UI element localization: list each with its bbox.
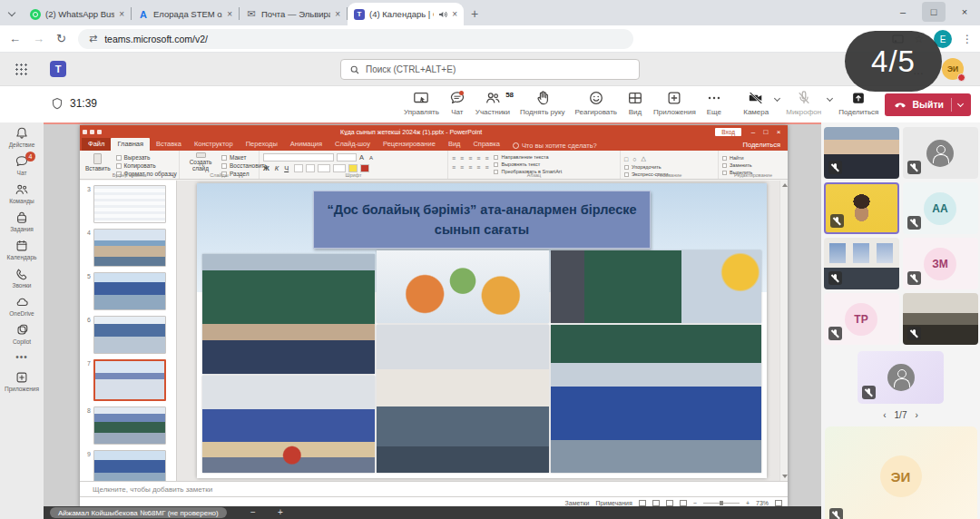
- slide-thumbnail[interactable]: [93, 316, 166, 354]
- reading-view-icon[interactable]: [666, 500, 673, 506]
- ribbon-tab-view[interactable]: Вид: [442, 138, 467, 151]
- slideshow-view-icon[interactable]: [680, 500, 687, 506]
- leave-button[interactable]: Выйти: [885, 93, 971, 116]
- close-tab-icon[interactable]: ×: [452, 10, 457, 19]
- rail-item-chat[interactable]: 4 Чат: [0, 154, 44, 176]
- numbering-icon[interactable]: ≡: [460, 155, 464, 162]
- participant-tile-initials[interactable]: ЗМ: [903, 238, 978, 289]
- ppt-close-icon[interactable]: ×: [772, 128, 785, 136]
- rail-item-copilot[interactable]: Copilot: [0, 323, 44, 345]
- arrange-button[interactable]: Упорядочить: [624, 164, 668, 170]
- camera-button[interactable]: Камера: [743, 90, 769, 116]
- shape-circle-icon[interactable]: ○: [632, 156, 636, 162]
- view-button[interactable]: Вид: [627, 90, 643, 116]
- thumbnail-row[interactable]: 6: [83, 316, 172, 354]
- tab-whatsapp[interactable]: (2) WhatsApp Business ×: [24, 3, 131, 25]
- slide-sorter-view-icon[interactable]: [652, 500, 660, 506]
- thumbnail-row[interactable]: 5: [83, 272, 172, 310]
- share-button[interactable]: Поделиться: [838, 90, 878, 116]
- ribbon-tab-animations[interactable]: Анимация: [284, 138, 328, 151]
- thumbnail-row[interactable]: 8: [83, 406, 172, 445]
- ribbon-tab-file[interactable]: Файл: [82, 138, 111, 151]
- ribbon-tab-home[interactable]: Главная: [111, 138, 150, 151]
- thumbnail-row[interactable]: 4: [83, 229, 172, 267]
- participant-tile-avatar[interactable]: [858, 351, 944, 404]
- close-window-icon[interactable]: ×: [949, 6, 980, 17]
- shadow-button[interactable]: [294, 164, 303, 172]
- tab-stem-olympiad[interactable]: A Елорада STEM олимпиадасы ×: [132, 3, 239, 25]
- mic-options-chevron-icon[interactable]: [827, 95, 833, 102]
- shape-triangle-icon[interactable]: △: [641, 155, 645, 162]
- tell-me-box[interactable]: Что вы хотите сделать?: [506, 138, 603, 151]
- highlight-color-button[interactable]: [348, 164, 358, 172]
- char-spacing-button[interactable]: [318, 164, 330, 172]
- scroll-down-icon[interactable]: [782, 475, 788, 478]
- rail-item-onedrive[interactable]: OneDrive: [0, 295, 44, 317]
- apps-button[interactable]: Приложения: [653, 90, 696, 116]
- align-left-icon[interactable]: ≡: [452, 164, 456, 171]
- site-permissions-icon[interactable]: ⇄: [89, 33, 97, 44]
- participant-tile-video[interactable]: [824, 238, 899, 289]
- indent-increase-icon[interactable]: ≡: [476, 155, 480, 162]
- slide-thumbnail-selected[interactable]: [93, 359, 166, 401]
- tab-search-chevron-icon[interactable]: [8, 9, 15, 16]
- rail-item-activity[interactable]: Действие: [0, 126, 44, 148]
- line-spacing-icon[interactable]: ≡: [485, 155, 488, 162]
- rail-item-more[interactable]: •••: [0, 351, 44, 364]
- ppt-restore-icon[interactable]: □: [760, 128, 772, 136]
- tab-mail[interactable]: ✉ Почта — Эльвира Ибраева — ×: [240, 3, 347, 25]
- tab-audio-icon[interactable]: [438, 10, 447, 19]
- slide-thumbnail[interactable]: [93, 229, 166, 267]
- more-button[interactable]: Еще: [706, 90, 722, 116]
- strikethrough-button[interactable]: [306, 164, 315, 172]
- ppt-minimize-icon[interactable]: –: [747, 128, 760, 136]
- close-tab-icon[interactable]: ×: [227, 10, 232, 19]
- participant-tile-video[interactable]: [903, 293, 978, 345]
- fit-slide-icon[interactable]: [775, 500, 782, 506]
- participant-tile-active-speaker[interactable]: [824, 182, 899, 234]
- react-button[interactable]: Реагировать: [575, 90, 617, 116]
- cut-button[interactable]: Вырезать: [116, 154, 177, 161]
- new-slide-button[interactable]: Создать слайд: [183, 152, 218, 171]
- paste-button[interactable]: Вставить: [83, 152, 113, 171]
- columns-icon[interactable]: ≡: [485, 164, 488, 171]
- grow-font-icon[interactable]: А: [359, 153, 364, 162]
- ribbon-tab-insert[interactable]: Вставка: [150, 138, 188, 151]
- browser-menu-icon[interactable]: ⋮: [962, 33, 973, 45]
- ribbon-tab-help[interactable]: Справка: [466, 138, 505, 151]
- self-tile[interactable]: ЭИ: [825, 426, 977, 519]
- font-name-select[interactable]: [263, 153, 334, 162]
- rail-item-calendar[interactable]: Календарь: [0, 239, 44, 260]
- pager-prev-icon[interactable]: ‹: [883, 410, 886, 420]
- bullets-icon[interactable]: ≡: [452, 155, 456, 162]
- forward-icon[interactable]: →: [33, 32, 44, 45]
- ribbon-tab-design[interactable]: Конструктор: [188, 138, 240, 151]
- participant-tile-initials[interactable]: ТР: [824, 293, 899, 345]
- find-button[interactable]: Найти: [722, 155, 752, 161]
- participant-tile-initials[interactable]: АА: [903, 182, 978, 234]
- text-direction-button[interactable]: Направление текста: [494, 154, 562, 160]
- tab-teams-calendar[interactable]: T (4) Календарь | Сынып же ×: [348, 3, 464, 25]
- ribbon-tab-transitions[interactable]: Переходы: [240, 138, 284, 151]
- teams-profile-avatar[interactable]: ЭИ: [942, 58, 964, 80]
- replace-button[interactable]: Заменить: [722, 162, 752, 168]
- scroll-up-icon[interactable]: [782, 183, 788, 187]
- rail-item-assignments[interactable]: Задания: [0, 211, 44, 232]
- rail-item-calls[interactable]: Звонки: [0, 267, 44, 289]
- slide-thumbnail[interactable]: [93, 450, 166, 481]
- close-tab-icon[interactable]: ×: [119, 10, 124, 19]
- mic-button[interactable]: Микрофон: [786, 90, 821, 116]
- raise-hand-button[interactable]: Поднять руку: [520, 90, 564, 116]
- copy-button[interactable]: Копировать: [116, 162, 177, 169]
- thumbnail-row[interactable]: 3: [83, 185, 172, 223]
- underline-button[interactable]: Ч: [284, 164, 289, 172]
- thumbnail-row[interactable]: 9: [83, 450, 172, 481]
- back-icon[interactable]: ←: [9, 32, 21, 45]
- notes-toggle[interactable]: Заметки: [565, 500, 590, 506]
- address-bar[interactable]: ⇄ teams.microsoft.com/v2/: [78, 29, 633, 49]
- zoom-slider[interactable]: [703, 503, 740, 504]
- slide-thumbnail[interactable]: [93, 272, 166, 310]
- close-tab-icon[interactable]: ×: [335, 10, 340, 19]
- bold-button[interactable]: Ж: [263, 164, 270, 172]
- participant-tile-video[interactable]: [824, 127, 899, 179]
